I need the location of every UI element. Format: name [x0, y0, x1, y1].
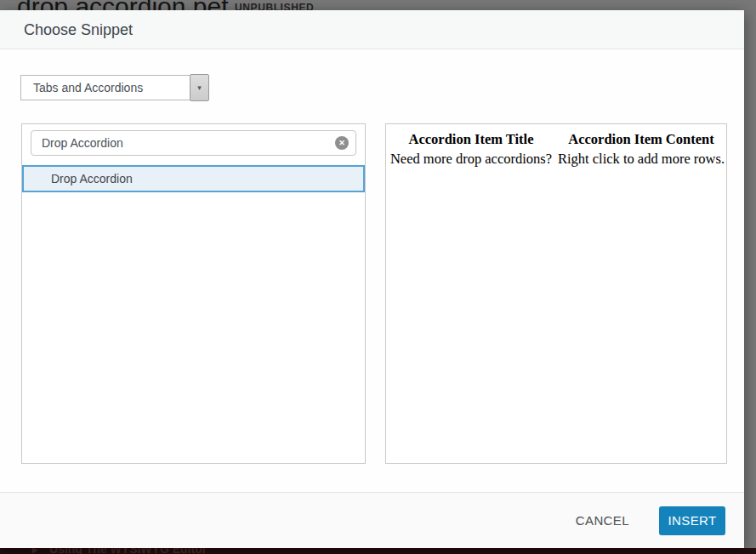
choose-snippet-dialog: Choose Snippet Tabs and Accordions ▾ ✕ D… [0, 10, 744, 548]
insert-button[interactable]: INSERT [659, 506, 725, 535]
dialog-footer: CANCEL INSERT [0, 492, 744, 548]
snippet-list-item-label: Drop Accordion [51, 172, 133, 186]
category-select-value: Tabs and Accordions [33, 76, 143, 100]
snippet-preview-panel: Accordion Item Title Accordion Item Cont… [385, 123, 727, 464]
snippet-list-item[interactable]: Drop Accordion [22, 165, 365, 192]
dialog-title: Choose Snippet [24, 10, 133, 49]
search-input[interactable] [31, 131, 355, 155]
preview-row: Need more drop accordions? Right click t… [386, 150, 726, 168]
snippet-list-panel: ✕ Drop Accordion [21, 123, 366, 464]
preview-col-header: Accordion Item Content [556, 129, 726, 150]
preview-cell: Need more drop accordions? [386, 150, 556, 168]
dialog-header: Choose Snippet [0, 10, 744, 49]
search-field: ✕ [31, 130, 356, 156]
preview-col-header: Accordion Item Title [386, 129, 556, 150]
clear-search-icon[interactable]: ✕ [335, 136, 349, 150]
preview-table: Accordion Item Title Accordion Item Cont… [386, 129, 726, 168]
cancel-button[interactable]: CANCEL [567, 506, 638, 534]
preview-cell: Right click to add more rows. [556, 150, 726, 168]
category-select[interactable]: Tabs and Accordions ▾ [20, 75, 207, 100]
chevron-down-icon[interactable]: ▾ [190, 74, 209, 101]
